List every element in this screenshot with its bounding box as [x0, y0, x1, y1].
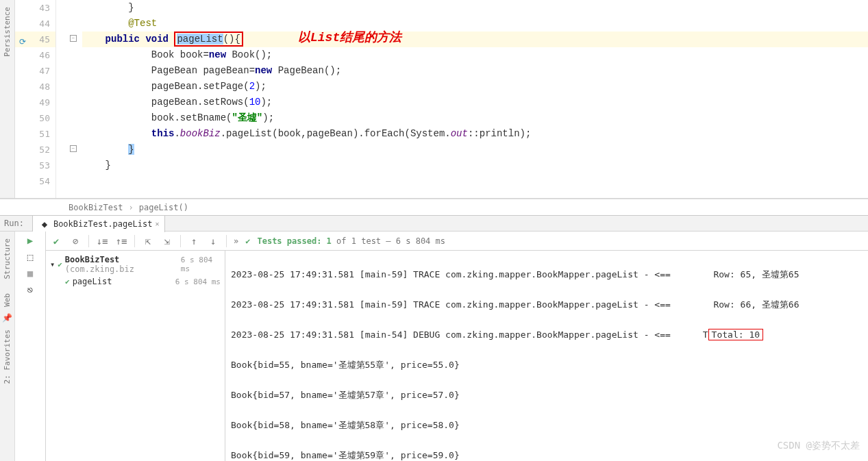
test-node-child[interactable]: ✔ pageList 6 s 804 ms: [46, 275, 225, 288]
check-icon: ✔: [65, 277, 70, 286]
code-line: }: [82, 158, 868, 173]
up-icon[interactable]: ↑: [188, 235, 200, 247]
run-tab[interactable]: ◆ BookBizTest.pageList ✕: [32, 215, 166, 232]
fold-icon[interactable]: −: [70, 145, 77, 152]
down-icon[interactable]: ↓: [207, 235, 219, 247]
line-number: 47: [15, 63, 55, 79]
console-line: Book{bid=59, bname='圣墟第59章', price=59.0}: [231, 448, 863, 461]
exit-icon[interactable]: ⎋: [24, 284, 36, 296]
watermark: CSDN @姿势不太差: [777, 438, 860, 453]
web-tab[interactable]: Web: [1, 286, 13, 314]
console-line: Book{bid=55, bname='圣墟第55章', price=55.0}: [231, 358, 863, 373]
code-line: book.setBname("圣墟");: [82, 110, 868, 126]
code-line: }: [82, 0, 868, 16]
code-line: pageBean.setRows(10);: [82, 95, 868, 110]
code-line: −public void pageList(){以List结尾的方法: [82, 32, 868, 47]
left-tool-window-bar[interactable]: Persistence: [0, 0, 15, 198]
code-editor[interactable]: } @Test −public void pageList(){以List结尾的…: [56, 0, 868, 198]
favorites-tab[interactable]: 2: Favorites: [1, 323, 13, 390]
run-actions: ▶ ⬚ ■ ⎋: [15, 232, 46, 461]
run-tool-bar: Run: ◆ BookBizTest.pageList ✕: [0, 215, 868, 232]
left-tool-window-bar-lower[interactable]: Structure Web 📌 2: Favorites: [0, 232, 15, 461]
console-line: Book{bid=57, bname='圣墟第57章', price=57.0}: [231, 388, 863, 403]
test-toolbar: ✔ ⊘ ↓≡ ↑≡ ⇱ ⇲ ↑ ↓ » ✔ Tests passed: 1 of…: [46, 232, 868, 251]
toggle-icon[interactable]: ⬚: [24, 251, 36, 263]
line-number: 54: [15, 173, 55, 189]
collapse-icon[interactable]: ⇲: [161, 235, 173, 247]
console-line: 2023-08-25 17:49:31.581 [main-54] DEBUG …: [231, 327, 863, 342]
code-line: @Test: [82, 16, 868, 32]
code-line: [82, 173, 868, 189]
line-number: 45⟳: [15, 32, 55, 47]
line-number: 48: [15, 79, 55, 95]
test-node-root[interactable]: ▾ ✔ BookBizTest (com.zking.biz 6 s 804 m…: [46, 253, 225, 275]
editor-gutter[interactable]: 43 44 45⟳ 46 47 48 49 50 51 52 53 54: [15, 0, 56, 198]
check-icon: ✔: [58, 260, 62, 269]
rerun-icon[interactable]: ▶: [24, 234, 36, 247]
line-number: 50: [15, 110, 55, 126]
run-label: Run:: [4, 219, 24, 228]
line-number: 53: [15, 158, 55, 173]
skip-icon[interactable]: ⊘: [69, 235, 82, 247]
pin-icon[interactable]: 📌: [2, 313, 12, 323]
chevron-right-icon: ›: [128, 203, 133, 212]
fold-icon[interactable]: −: [70, 35, 77, 42]
annotation-label: 以List结尾的方法: [298, 30, 401, 46]
test-status: Tests passed: 1 of 1 test – 6 s 804 ms: [257, 236, 445, 246]
line-number: 52: [15, 142, 55, 158]
persist-tab[interactable]: Persistence: [1, 0, 13, 64]
sort-icon[interactable]: ↑≡: [115, 235, 127, 247]
breadcrumb-class[interactable]: BookBizTest: [69, 203, 123, 212]
code-line: − }: [82, 142, 868, 158]
stop-icon[interactable]: ■: [24, 267, 36, 279]
code-line: PageBean pageBean=new PageBean();: [82, 63, 868, 79]
chevron-down-icon[interactable]: ▾: [50, 260, 55, 269]
console-line: 2023-08-25 17:49:31.581 [main-59] TRACE …: [231, 297, 863, 312]
line-number: 46: [15, 47, 55, 63]
test-tree[interactable]: ▾ ✔ BookBizTest (com.zking.biz 6 s 804 m…: [46, 251, 225, 461]
line-number: 43: [15, 0, 55, 16]
sort-icon[interactable]: ↓≡: [96, 235, 108, 247]
expand-icon[interactable]: ⇱: [142, 235, 154, 247]
close-icon[interactable]: ✕: [155, 220, 159, 227]
check-icon: ✔: [245, 236, 250, 246]
breadcrumb[interactable]: BookBizTest › pageList(): [0, 199, 868, 215]
code-line: pageBean.setPage(2);: [82, 79, 868, 95]
console-line: Book{bid=58, bname='圣墟第58章', price=58.0}: [231, 418, 863, 433]
code-line: Book book=new Book();: [82, 47, 868, 63]
test-icon: ◆: [38, 218, 51, 230]
console-output[interactable]: 2023-08-25 17:49:31.581 [main-59] TRACE …: [225, 251, 868, 461]
line-number: 51: [15, 126, 55, 142]
structure-tab[interactable]: Structure: [1, 232, 13, 286]
code-line: this.bookBiz.pageList(book,pageBean).for…: [82, 126, 868, 142]
line-number: 44: [15, 16, 55, 32]
reload-icon[interactable]: ⟳: [16, 34, 26, 44]
console-line: 2023-08-25 17:49:31.581 [main-59] TRACE …: [231, 267, 863, 282]
breadcrumb-method[interactable]: pageList(): [139, 203, 188, 212]
line-number: 49: [15, 95, 55, 110]
check-icon[interactable]: ✔: [50, 235, 62, 247]
